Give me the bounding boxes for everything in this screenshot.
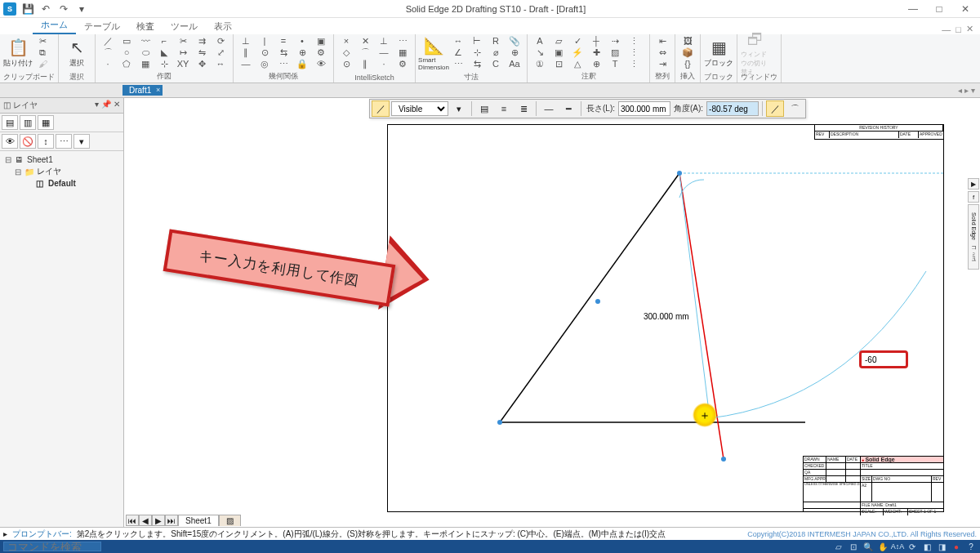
layer-group-icon[interactable]: ▦ <box>38 115 54 130</box>
close-button[interactable]: ✕ <box>954 2 977 16</box>
lock-icon[interactable]: 🔒 <box>293 58 311 69</box>
arc-icon[interactable]: ⌒ <box>99 47 117 58</box>
restore-button[interactable]: □ <box>928 2 951 16</box>
dim-symm-icon[interactable]: ⇆ <box>468 58 486 69</box>
layer-show-icon[interactable]: 👁 <box>2 134 18 149</box>
layer-active-icon[interactable]: ▥ <box>20 115 36 130</box>
tree-default-layer[interactable]: ◫Default <box>2 178 122 189</box>
sheet-tab-1[interactable]: Sheet1 <box>178 515 219 526</box>
dim-chamf-icon[interactable]: C <box>487 58 505 69</box>
angle-input-popup[interactable] <box>859 350 908 368</box>
is-end-icon[interactable]: × <box>337 35 355 47</box>
dim-chain-icon[interactable]: ⋯ <box>449 58 467 69</box>
style1-btn[interactable]: ▤ <box>475 100 493 117</box>
sheet-prev-icon[interactable]: ◀ <box>139 515 152 526</box>
sheet-next-icon[interactable]: ▶ <box>152 515 165 526</box>
color-btn[interactable]: ▾ <box>450 100 468 117</box>
parallel-icon[interactable]: ∥ <box>237 47 255 58</box>
is-horiz-icon[interactable]: — <box>375 47 393 58</box>
balloon-icon[interactable]: ① <box>531 58 549 69</box>
symmetric-icon[interactable]: ⇆ <box>274 47 292 58</box>
auto-rel-icon[interactable]: ⚙ <box>312 47 330 58</box>
surface-icon[interactable]: ✓ <box>568 35 586 47</box>
doc-tab-nav[interactable]: ◂ ▸ ▾ <box>953 86 980 95</box>
minimize-button[interactable]: — <box>902 2 924 16</box>
trim-icon[interactable]: ✂ <box>174 35 192 47</box>
tb-view2-icon[interactable]: ◨ <box>936 542 947 551</box>
style2-btn[interactable]: ≡ <box>495 100 513 117</box>
dim-base-icon[interactable]: ⊢ <box>468 35 486 47</box>
field-icon[interactable]: {} <box>679 58 697 69</box>
paste-button[interactable]: 📋貼り付け <box>3 35 33 71</box>
anno-more2-icon[interactable]: ⋮ <box>625 47 643 58</box>
concentric-icon[interactable]: ◎ <box>256 58 274 69</box>
rail-community-icon[interactable]: Solid Edge コミュ <box>968 204 979 270</box>
collinear-icon[interactable]: ⋯ <box>274 58 292 69</box>
vertical-icon[interactable]: | <box>256 35 274 47</box>
line-tool-icon[interactable]: ／ <box>372 100 390 117</box>
linetype-select[interactable]: Visible <box>391 101 448 116</box>
drawing-canvas[interactable]: ／ Visible ▾ ▤ ≡ ≣ — ━ 長さ(L): 角度(A): ／ ⌒ … <box>124 98 980 528</box>
align-left-icon[interactable]: ⇤ <box>653 35 671 47</box>
qat-save-icon[interactable]: 💾 <box>20 2 36 16</box>
align-center-icon[interactable]: ⇔ <box>653 47 671 58</box>
anno-more3-icon[interactable]: ⋮ <box>625 58 643 69</box>
copy-icon[interactable]: ⧉ <box>33 47 51 58</box>
is-tangent-icon[interactable]: ⌒ <box>356 47 374 58</box>
tree-layers[interactable]: ⊟📁レイヤ <box>2 165 122 178</box>
width2-btn[interactable]: ━ <box>559 100 577 117</box>
dim-dia-icon[interactable]: ⌀ <box>487 47 505 58</box>
tab-table[interactable]: テーブル <box>76 19 128 34</box>
block-button[interactable]: ▦ブロック <box>704 35 733 71</box>
doc-tab-close-icon[interactable]: × <box>156 86 160 94</box>
qat-redo-icon[interactable]: ↷ <box>56 2 72 16</box>
arc-mode-icon[interactable]: ⌒ <box>786 100 804 117</box>
rail-youtube-icon[interactable]: ▶ <box>968 178 979 190</box>
tb-text-size-icon[interactable]: A↕A <box>892 542 903 551</box>
smart-dimension-button[interactable]: 📐Smart Dimension <box>419 35 448 71</box>
point-icon[interactable]: · <box>99 58 117 69</box>
extend-icon[interactable]: ↦ <box>174 47 192 58</box>
style3-btn[interactable]: ≣ <box>514 100 532 117</box>
perpendicular-icon[interactable]: ⊥ <box>237 35 255 47</box>
angle-popup-field[interactable] <box>865 355 902 364</box>
select-button[interactable]: ↖選択 <box>62 35 91 71</box>
tb-zoom-fit-icon[interactable]: ⊡ <box>848 542 859 551</box>
window-min2-icon[interactable]: — <box>942 25 951 34</box>
show-rel-icon[interactable]: 👁 <box>312 58 330 69</box>
is-opt-icon[interactable]: ⚙ <box>394 58 412 69</box>
bolt-icon[interactable]: ⊕ <box>587 58 605 69</box>
tb-help-icon[interactable]: ? <box>965 542 977 551</box>
tb-stop-icon[interactable]: ● <box>951 542 962 551</box>
object-icon[interactable]: 📦 <box>679 47 697 58</box>
edge-cond-icon[interactable]: △ <box>568 58 586 69</box>
window-switch-button[interactable]: 🗗ウィンドウの切り替え <box>741 35 770 71</box>
offset-icon[interactable]: ⇉ <box>193 35 211 47</box>
rigid-icon[interactable]: ▣ <box>312 35 330 47</box>
connect-icon[interactable]: ⊕ <box>293 47 311 58</box>
angle-input[interactable] <box>706 101 759 116</box>
layer-hide-icon[interactable]: 🚫 <box>20 134 36 149</box>
layer-new-icon[interactable]: ▤ <box>2 115 18 130</box>
polygon-icon[interactable]: ⬠ <box>118 58 136 69</box>
doc-tab[interactable]: Draft1 × <box>122 85 163 96</box>
tab-view[interactable]: 表示 <box>206 19 240 34</box>
sheet-tab-bg[interactable]: ▨ <box>219 515 241 526</box>
hatch-icon[interactable]: ▨ <box>606 47 624 58</box>
move-icon[interactable]: ✥ <box>193 58 211 69</box>
is-grid-icon[interactable]: ▦ <box>394 47 412 58</box>
layer-more-icon[interactable]: ⋯ <box>56 134 72 149</box>
window-max2-icon[interactable]: □ <box>956 25 961 34</box>
sheet-first-icon[interactable]: ⏮ <box>126 515 139 526</box>
layer-opts-icon[interactable]: ▾ <box>74 134 90 149</box>
datum-icon[interactable]: ▣ <box>550 47 568 58</box>
is-ext-icon[interactable]: ⋯ <box>394 35 412 47</box>
rotate-icon[interactable]: ⟳ <box>212 35 229 47</box>
weld-icon[interactable]: ⚡ <box>568 47 586 58</box>
centermark-icon[interactable]: ✚ <box>587 47 605 58</box>
is-mid-icon[interactable]: ◇ <box>337 47 355 58</box>
dim-style-icon[interactable]: Aa <box>506 58 523 69</box>
is-perp-icon[interactable]: ⊥ <box>375 35 393 47</box>
anno-more1-icon[interactable]: ⋮ <box>625 35 643 47</box>
qat-undo-icon[interactable]: ↶ <box>38 2 54 16</box>
